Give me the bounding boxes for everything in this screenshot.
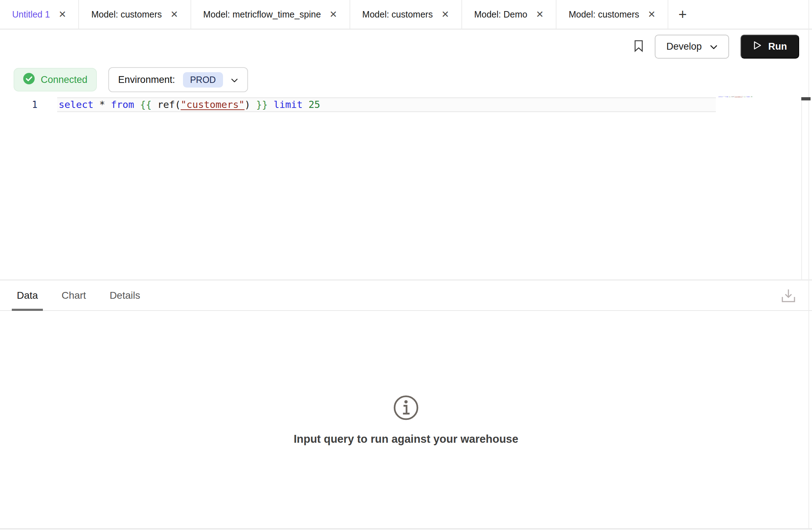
tab-details-label: Details (110, 290, 140, 301)
sql-code-editor[interactable]: 1 select * from {{ ref("customers") }} l… (0, 93, 812, 279)
tab-model-customers-3[interactable]: Model: customers ✕ (556, 0, 668, 29)
chevron-down-icon (710, 41, 718, 52)
tab-label: Model: customers (91, 9, 162, 20)
environment-label: Environment: (118, 74, 175, 85)
info-icon (393, 395, 419, 422)
environment-value-badge: PROD (183, 72, 223, 88)
tab-label: Model: customers (569, 9, 639, 20)
close-icon[interactable]: ✕ (330, 10, 337, 19)
code-text: select * from {{ ref("customers") }} lim… (57, 98, 320, 111)
run-button[interactable]: Run (741, 35, 799, 59)
tab-label: Model: Demo (474, 9, 528, 20)
run-label: Run (768, 41, 787, 52)
tab-chart[interactable]: Chart (56, 281, 91, 310)
editor-scrollbar-track (801, 97, 802, 279)
editor-scrollbar-thumb[interactable] (801, 97, 811, 100)
close-icon[interactable]: ✕ (441, 10, 449, 19)
close-icon[interactable]: ✕ (59, 10, 66, 19)
download-icon (780, 299, 797, 305)
chevron-down-icon (231, 74, 238, 85)
tab-model-customers-2[interactable]: Model: customers ✕ (350, 0, 462, 29)
bottom-divider (0, 528, 812, 530)
check-circle-icon (23, 73, 35, 87)
environment-selector[interactable]: Environment: PROD (108, 67, 248, 92)
empty-state-message: Input query to run against your warehous… (294, 433, 519, 446)
connected-label: Connected (41, 74, 88, 85)
results-empty-state: Input query to run against your warehous… (0, 312, 812, 528)
tab-label: Model: customers (362, 9, 433, 20)
connection-status-row: Connected Environment: PROD (14, 67, 248, 92)
close-icon[interactable]: ✕ (648, 10, 655, 19)
develop-dropdown-button[interactable]: Develop (655, 35, 729, 59)
bookmark-icon (634, 40, 643, 54)
connection-status-badge: Connected (14, 68, 97, 91)
tab-data-label: Data (17, 290, 38, 301)
window-scrollbar-track[interactable] (808, 0, 809, 528)
new-tab-button[interactable]: + (668, 0, 697, 29)
results-panel-tabs: Data Chart Details (0, 279, 812, 311)
tab-data[interactable]: Data (12, 281, 43, 310)
ide-window: Untitled 1 ✕ Model: customers ✕ Model: m… (0, 0, 812, 531)
active-code-line[interactable]: select * from {{ ref("customers") }} lim… (57, 97, 716, 112)
line-number: 1 (0, 98, 38, 111)
tab-model-customers-1[interactable]: Model: customers ✕ (79, 0, 191, 29)
tab-model-metricflow-time-spine[interactable]: Model: metricflow_time_spine ✕ (191, 0, 350, 29)
close-icon[interactable]: ✕ (536, 10, 544, 19)
plus-icon: + (678, 6, 687, 23)
editor-minimap[interactable]: select * from {{ ref("customers") }} lim… (718, 96, 752, 98)
tab-details[interactable]: Details (105, 281, 145, 310)
download-results-button[interactable] (780, 288, 797, 306)
play-icon (753, 40, 762, 53)
tab-untitled-1[interactable]: Untitled 1 ✕ (0, 0, 79, 29)
editor-tab-bar: Untitled 1 ✕ Model: customers ✕ Model: m… (0, 0, 812, 30)
tab-model-demo[interactable]: Model: Demo ✕ (462, 0, 556, 29)
tab-label: Untitled 1 (12, 9, 50, 20)
tab-chart-label: Chart (61, 290, 86, 301)
bookmark-button[interactable] (634, 40, 643, 54)
tab-label: Model: metricflow_time_spine (203, 9, 321, 20)
develop-label: Develop (666, 41, 702, 52)
editor-toolbar: Develop Run (0, 30, 812, 64)
close-icon[interactable]: ✕ (170, 10, 178, 19)
